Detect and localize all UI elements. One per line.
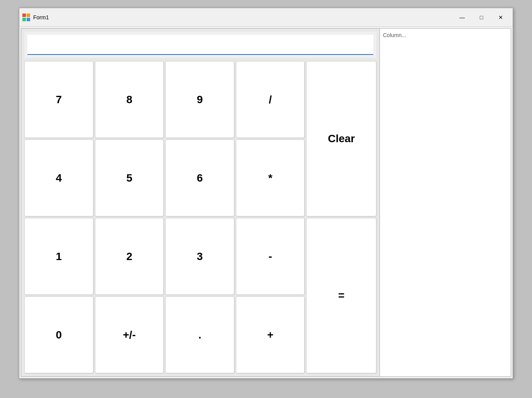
close-button[interactable]: ✕ xyxy=(492,12,510,23)
svg-rect-2 xyxy=(22,18,26,21)
buttons-area: 7 8 9 / 4 5 6 * 1 2 xyxy=(24,61,376,373)
column-label[interactable]: Column... xyxy=(383,32,406,38)
btn-5[interactable]: 5 xyxy=(95,139,164,216)
main-window: Form1 — □ ✕ 7 8 9 xyxy=(19,8,513,379)
btn-divide[interactable]: / xyxy=(236,61,305,138)
btn-add[interactable]: + xyxy=(236,296,305,373)
app-icon xyxy=(22,14,30,21)
minimize-button[interactable]: — xyxy=(453,12,471,23)
maximize-button[interactable]: □ xyxy=(473,12,490,23)
btn-negate[interactable]: +/- xyxy=(95,296,164,373)
window-title: Form1 xyxy=(33,14,49,20)
btn-decimal[interactable]: . xyxy=(165,296,234,373)
button-row-3: 1 2 3 - xyxy=(24,218,305,295)
side-buttons: Clear = xyxy=(306,61,376,373)
btn-8[interactable]: 8 xyxy=(95,61,164,138)
number-grid: 7 8 9 / 4 5 6 * 1 2 xyxy=(24,61,305,373)
button-row-4: 0 +/- . + xyxy=(24,296,305,373)
equals-button[interactable]: = xyxy=(306,218,376,373)
btn-9[interactable]: 9 xyxy=(165,61,234,138)
btn-4[interactable]: 4 xyxy=(24,139,93,216)
clear-button[interactable]: Clear xyxy=(306,61,376,216)
display-area xyxy=(24,32,376,58)
calculator-panel: 7 8 9 / 4 5 6 * 1 2 xyxy=(21,29,380,376)
btn-6[interactable]: 6 xyxy=(165,139,234,216)
btn-1[interactable]: 1 xyxy=(24,218,93,295)
title-bar-controls: — □ ✕ xyxy=(453,12,510,23)
btn-7[interactable]: 7 xyxy=(24,61,93,138)
right-panel: Column... xyxy=(380,29,511,376)
btn-multiply[interactable]: * xyxy=(236,139,305,216)
display-input[interactable] xyxy=(27,35,373,55)
button-row-1: 7 8 9 / xyxy=(24,61,305,138)
svg-rect-3 xyxy=(27,18,30,21)
button-row-2: 4 5 6 * xyxy=(24,139,305,216)
btn-0[interactable]: 0 xyxy=(24,296,93,373)
svg-rect-1 xyxy=(27,14,30,17)
title-bar: Form1 — □ ✕ xyxy=(19,8,513,27)
btn-3[interactable]: 3 xyxy=(165,218,234,295)
btn-2[interactable]: 2 xyxy=(95,218,164,295)
btn-subtract[interactable]: - xyxy=(236,218,305,295)
title-bar-left: Form1 xyxy=(22,14,49,21)
svg-rect-0 xyxy=(22,14,26,17)
window-body: 7 8 9 / 4 5 6 * 1 2 xyxy=(21,28,511,377)
